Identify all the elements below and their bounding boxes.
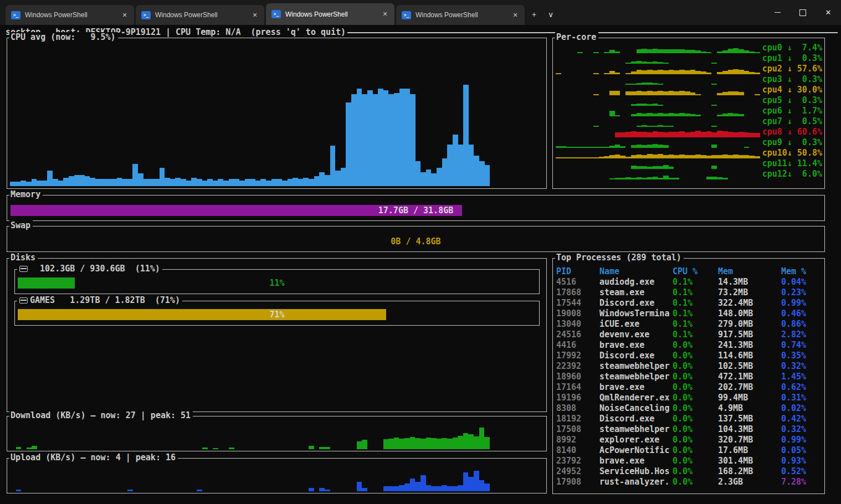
process-row: 19196QmlRenderer.ex0.0%99.4MB0.31% (556, 393, 823, 403)
cell: 168.2MB (718, 466, 781, 477)
cell: 2.82% (781, 330, 823, 340)
maximize-button[interactable] (790, 0, 816, 25)
cell: 17992 (556, 351, 599, 361)
per-core-rows: cpu0 ↓ 7.4%cpu1 ↓ 0.3%cpu2 ↓ 57.6%cpu3 ↓… (556, 43, 822, 179)
core-label: cpu6 ↓ 1.7% (760, 106, 822, 116)
cell: 241.3MB (718, 340, 781, 351)
core-row-cpu5: cpu5 ↓ 0.3% (556, 95, 822, 106)
cell: 17544 (556, 298, 599, 308)
core-label: cpu9 ↓ 0.3% (760, 137, 822, 148)
cell: 0.31% (781, 393, 823, 403)
cell: Discord.exe (599, 351, 673, 361)
core-sparkline (556, 86, 760, 95)
cell: iCUE.exe (599, 319, 673, 330)
memory-usage-text: 17.7GB / 31.8GB (11, 205, 821, 216)
core-label: cpu3 ↓ 0.3% (760, 74, 822, 85)
tab-close-icon[interactable]: ✕ (120, 10, 130, 20)
disk-usage-bar: 11% (18, 277, 536, 289)
process-row: 8140AcPowerNotific0.0%17.6MB0.05% (556, 445, 823, 456)
cell: 73.2MB (718, 287, 781, 298)
cell: 8140 (556, 445, 599, 456)
tab-close-icon[interactable]: ✕ (380, 9, 390, 19)
cell: 0.32% (781, 361, 823, 372)
tab-close-icon[interactable]: ✕ (250, 10, 260, 20)
cell: NoiseCanceling (599, 403, 673, 414)
tab-windows-powershell[interactable]: >_Windows PowerShell✕ (136, 5, 264, 25)
cell: 17.6MB (718, 445, 781, 456)
core-label: cpu1 ↓ 0.3% (760, 53, 822, 64)
core-sparkline (556, 170, 760, 179)
cell: 0.1% (673, 298, 718, 308)
cell: 0.0% (673, 403, 718, 414)
core-sparkline (556, 65, 760, 74)
cell: 99.4MB (718, 393, 781, 403)
process-row: 8992explorer.exe0.0%320.7MB0.99% (556, 435, 823, 445)
core-sparkline (556, 149, 760, 158)
cell: 23792 (556, 456, 599, 466)
cell: 24516 (556, 330, 599, 340)
process-row: 19008WindowsTermina0.1%148.0MB0.46% (556, 308, 823, 319)
cell: steamwebhelper (599, 372, 673, 382)
cell: 0.35% (781, 351, 823, 361)
cell: 0.0% (673, 340, 718, 351)
cell: rust-analyzer. (599, 477, 673, 487)
close-button[interactable]: ✕ (816, 0, 841, 25)
core-row-cpu6: cpu6 ↓ 1.7% (556, 106, 822, 116)
process-row: 4516audiodg.exe0.1%14.3MB0.04% (556, 277, 823, 287)
cell: 0.32% (781, 424, 823, 435)
cell: 0.02% (781, 403, 823, 414)
new-tab-button[interactable]: + (527, 6, 541, 23)
cell: 472.1MB (718, 372, 781, 382)
core-sparkline (556, 44, 760, 53)
cell: 137.5MB (718, 414, 781, 424)
cell: 2.3GB (718, 477, 781, 487)
tab-dropdown-button[interactable]: ∨ (543, 6, 558, 23)
cell: 0.42% (781, 414, 823, 424)
core-row-cpu12: cpu12↓ 6.0% (556, 169, 822, 179)
swap-bar: 0B / 4.8GB (11, 236, 821, 247)
cell: 104.3MB (718, 424, 781, 435)
disk-icon (19, 297, 28, 304)
core-label: cpu8 ↓ 60.6% (760, 127, 822, 137)
core-sparkline (556, 117, 760, 127)
maximize-icon (799, 9, 806, 16)
core-row-cpu1: cpu1 ↓ 0.3% (556, 53, 822, 64)
disk-usage-text: 102.3GB / 930.6GB (11%) (30, 264, 160, 274)
cell: 4.9MB (718, 403, 781, 414)
process-row: 24516devenv.exe0.1%917.5MB2.82% (556, 330, 823, 340)
process-row: 17868steam.exe0.1%73.2MB0.23% (556, 287, 823, 298)
tab-windows-powershell[interactable]: >_Windows PowerShell✕ (6, 5, 134, 25)
disk-row: GAMES 1.29TB / 1.82TB (71%) 71% (14, 301, 540, 326)
cell: 322.4MB (718, 298, 781, 308)
cell: 0.05% (781, 445, 823, 456)
terminal-window: >_Windows PowerShell✕>_Windows PowerShel… (0, 0, 841, 504)
powershell-icon: >_ (271, 10, 281, 18)
cell: 8992 (556, 435, 599, 445)
process-row: 23792brave.exe0.0%301.4MB0.93% (556, 456, 823, 466)
minimize-button[interactable] (765, 0, 790, 25)
core-row-cpu11: cpu11↓ 11.4% (556, 158, 822, 169)
core-sparkline (556, 107, 760, 116)
core-sparkline (556, 138, 760, 148)
cell: 17164 (556, 382, 599, 393)
cell: steamwebhelper (599, 361, 673, 372)
cell: 17508 (556, 424, 599, 435)
tab-windows-powershell[interactable]: >_Windows PowerShell✕ (396, 5, 525, 25)
tab-label: Windows PowerShell (155, 11, 250, 19)
tab-close-icon[interactable]: ✕ (510, 10, 520, 20)
cell: 0.0% (673, 435, 718, 445)
cell: 22392 (556, 361, 599, 372)
tab-windows-powershell[interactable]: >_Windows PowerShell✕ (266, 3, 394, 25)
cell: explorer.exe (599, 435, 673, 445)
disks-panel: Disks 102.3GB / 930.6GB (11%) 11% GAMES … (7, 258, 547, 412)
cell: 0.99% (781, 435, 823, 445)
cell: 24952 (556, 466, 599, 477)
cell: steam.exe (599, 287, 673, 298)
core-row-cpu9: cpu9 ↓ 0.3% (556, 137, 822, 148)
cell: 102.5MB (718, 361, 781, 372)
core-row-cpu7: cpu7 ↓ 0.5% (556, 116, 822, 127)
cell: 0.1% (673, 287, 718, 298)
terminal-content: socktop — host: DESKTOP-9P19121 | CPU Te… (0, 25, 841, 504)
process-table: PIDNameCPU %MemMem %4516audiodg.exe0.1%1… (556, 266, 823, 487)
core-row-cpu0: cpu0 ↓ 7.4% (556, 43, 822, 53)
